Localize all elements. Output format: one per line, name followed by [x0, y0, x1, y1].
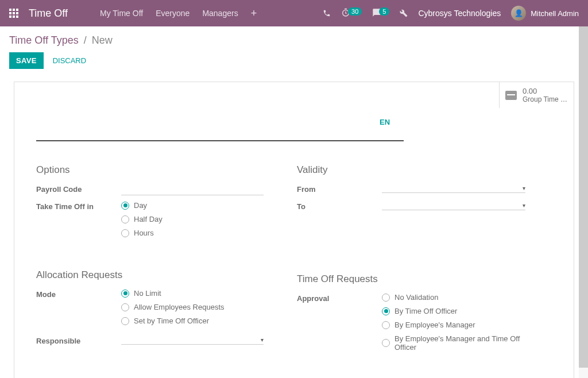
name-input[interactable]	[36, 120, 404, 141]
radio-set-by-officer[interactable]: Set by Time Off Officer	[121, 317, 291, 325]
label-payroll-code: Payroll Code	[36, 184, 121, 196]
chat-badge[interactable]: 5	[372, 8, 389, 19]
chat-badge-count: 5	[379, 7, 389, 16]
archive-icon	[505, 91, 517, 100]
label-take-time-off: Take Time Off in	[36, 201, 121, 237]
radio-allow-employees[interactable]: Allow Employees Requests	[121, 303, 291, 311]
input-to[interactable]: ▾	[382, 201, 525, 210]
stat-group-time[interactable]: 0.00 Group Time …	[499, 82, 574, 108]
section-allocation: Allocation Requests	[36, 269, 291, 281]
nav-everyone[interactable]: Everyone	[156, 9, 189, 18]
breadcrumb: Time Off Types / New	[9, 34, 579, 47]
section-requests: Time Off Requests	[297, 273, 552, 285]
caret-down-icon: ▾	[261, 337, 264, 343]
avatar: 👤	[511, 6, 526, 21]
stat-label: Group Time …	[523, 95, 567, 103]
breadcrumb-root[interactable]: Time Off Types	[9, 34, 79, 46]
label-responsible: Responsible	[36, 335, 121, 348]
section-validity: Validity	[297, 164, 552, 176]
navbar: Time Off My Time Off Everyone Managers +…	[0, 0, 588, 26]
breadcrumb-current: New	[92, 34, 113, 46]
nav-my-time-off[interactable]: My Time Off	[100, 9, 143, 18]
radio-by-manager[interactable]: By Employee's Manager	[382, 321, 552, 329]
user-menu[interactable]: 👤 Mitchell Admin	[511, 6, 579, 21]
scrollbar[interactable]	[579, 26, 588, 378]
lang-tag[interactable]: EN	[380, 118, 390, 126]
nav-links: My Time Off Everyone Managers	[100, 9, 238, 18]
plus-icon[interactable]: +	[251, 7, 257, 20]
button-box: 0.00 Group Time …	[14, 82, 574, 109]
radio-by-officer[interactable]: By Time Off Officer	[382, 307, 552, 315]
radio-day[interactable]: Day	[121, 201, 291, 210]
radio-hours[interactable]: Hours	[121, 229, 291, 237]
label-to: To	[297, 201, 382, 214]
radio-group-take: Day Half Day Hours	[121, 201, 291, 237]
phone-icon[interactable]	[323, 9, 331, 17]
user-name: Mitchell Admin	[531, 9, 579, 18]
scroll-thumb[interactable]	[579, 26, 588, 368]
discard-button[interactable]: DISCARD	[53, 56, 87, 65]
dropdown-responsible[interactable]: ▾	[121, 335, 264, 345]
apps-icon[interactable]	[9, 9, 18, 18]
radio-group-mode: No Limit Allow Employees Requests Set by…	[121, 289, 291, 325]
content: Time Off Types / New SAVE DISCARD 0.00 G…	[0, 26, 588, 378]
wrench-icon[interactable]	[400, 9, 408, 17]
label-from: From	[297, 184, 382, 196]
nav-right: 30 5 Cybrosys Technologies 👤 Mitchell Ad…	[323, 6, 579, 21]
radio-by-both[interactable]: By Employee's Manager and Time Off Offic…	[382, 334, 552, 352]
timer-badge-count: 30	[348, 7, 362, 16]
action-bar: SAVE DISCARD	[9, 52, 579, 69]
radio-group-approval: No Validation By Time Off Officer By Emp…	[382, 293, 552, 352]
stat-value: 0.00	[523, 87, 567, 96]
form-sheet: 0.00 Group Time … EN Options Payroll Cod…	[14, 82, 574, 378]
company-name[interactable]: Cybrosys Technologies	[418, 9, 501, 18]
app-brand[interactable]: Time Off	[29, 7, 68, 20]
input-from[interactable]: ▾	[382, 184, 525, 193]
section-options: Options	[36, 164, 291, 176]
nav-managers[interactable]: Managers	[202, 9, 238, 18]
label-approval: Approval	[297, 293, 382, 352]
radio-half-day[interactable]: Half Day	[121, 215, 291, 223]
timer-badge[interactable]: 30	[341, 8, 362, 19]
input-payroll-code[interactable]	[121, 184, 264, 195]
caret-down-icon: ▾	[523, 202, 525, 209]
label-mode: Mode	[36, 289, 121, 325]
caret-down-icon: ▾	[523, 185, 525, 191]
radio-no-validation[interactable]: No Validation	[382, 293, 552, 302]
save-button[interactable]: SAVE	[9, 52, 44, 69]
radio-no-limit[interactable]: No Limit	[121, 289, 291, 298]
